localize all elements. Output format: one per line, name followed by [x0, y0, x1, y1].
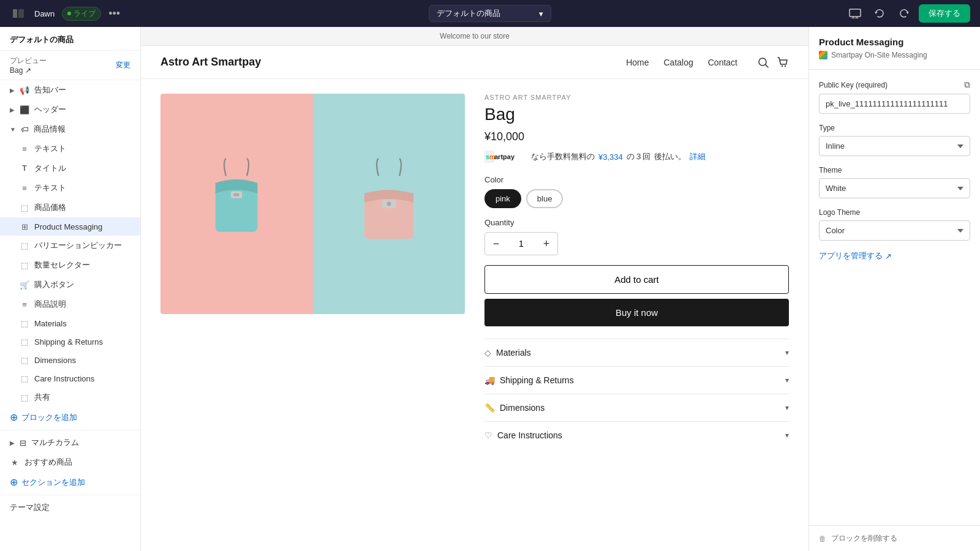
divider [0, 495, 140, 495]
header-icon: ⬛ [20, 105, 29, 114]
nav-link-home[interactable]: Home [626, 58, 649, 67]
smartpay-text: なら手数料無料の [531, 151, 595, 162]
color-option-blue[interactable]: blue [526, 189, 564, 208]
crop-icon: ⬚ [20, 355, 29, 365]
grid-icon: ⊟ [20, 438, 26, 448]
type-select[interactable]: Inline Modal Banner [819, 136, 970, 156]
clipboard-icon[interactable]: ⧉ [964, 80, 970, 90]
quantity-increase-button[interactable]: + [535, 233, 557, 255]
sidebar-item-multi-column[interactable]: ▶ ⊟ マルチカラム [0, 433, 140, 452]
sidebar-item-quantity-selector[interactable]: ⬚ 数量セレクター [0, 255, 140, 275]
redo-button[interactable] [894, 4, 914, 23]
sidebar-header: デフォルトの商品 [0, 27, 140, 51]
accordion-title-row: ◇ Materials [484, 348, 531, 358]
add-block-button[interactable]: ⊕ ブロックを追加 [0, 407, 140, 427]
theme-name-label: Dawn [34, 9, 55, 18]
product-icon: 🏷 [21, 125, 29, 134]
bag-link[interactable]: Bag ↗ [10, 66, 47, 75]
accordion-title-row: 📏 Dimensions [484, 403, 545, 413]
desktop-view-button[interactable] [845, 4, 865, 23]
sidebar-item-title[interactable]: T タイトル [0, 159, 140, 178]
main-layout: デフォルトの商品 プレビュー Bag ↗ 変更 ▶ 📢 告知バー ▶ ⬛ ヘッダ… [0, 27, 980, 551]
arrow-icon: ▼ [10, 126, 16, 133]
store-nav-links: Home Catalog Contact [626, 58, 737, 67]
accordion-materials-header[interactable]: ◇ Materials ▾ [484, 348, 789, 358]
sidebar-item-price[interactable]: ⬚ 商品価格 [0, 198, 140, 217]
chevron-down-icon: ▾ [785, 348, 789, 357]
accordion-care-header[interactable]: ♡ Care Instructions ▾ [484, 430, 789, 440]
sidebar-item-care-instructions[interactable]: ⬚ Care Instructions [0, 369, 140, 388]
sidebar-item-text2[interactable]: ≡ テキスト [0, 178, 140, 198]
sidebar-item-variation-picker[interactable]: ⬚ バリエーションピッカー [0, 236, 140, 255]
buy-now-button[interactable]: Buy it now [484, 299, 789, 326]
text-icon: ≡ [20, 183, 29, 193]
top-bar-right: 保存する [655, 4, 970, 23]
accordion-dimensions-header[interactable]: 📏 Dimensions ▾ [484, 403, 789, 413]
sidebar-item-announcement[interactable]: ▶ 📢 告知バー [0, 80, 140, 100]
public-key-label: Public Key (required) [819, 81, 888, 89]
smartpay-detail-link[interactable]: 詳細 [690, 151, 706, 162]
top-bar: Dawn ライブ ••• デフォルトの商品 ▾ [0, 0, 980, 27]
preview-label-group: プレビュー Bag ↗ [10, 56, 47, 75]
sidebar-item-product-info[interactable]: ▼ 🏷 商品情報 [0, 119, 140, 139]
sidebar-item-label: テーマ設定 [10, 502, 50, 513]
bag-right-svg [352, 155, 426, 253]
product-images [160, 94, 465, 449]
svg-line-7 [766, 64, 769, 67]
sidebar-item-label: おすすめ商品 [24, 457, 72, 468]
more-options-button[interactable]: ••• [108, 7, 120, 20]
logo-theme-select[interactable]: Color Black White [819, 220, 970, 241]
accordion-title-row: ♡ Care Instructions [484, 430, 562, 440]
svg-point-8 [782, 65, 783, 66]
sidebar-item-description[interactable]: ≡ 商品説明 [0, 294, 140, 314]
sidebar-item-buy-button[interactable]: 🛒 購入ボタン [0, 275, 140, 294]
accordion-shipping-header[interactable]: 🚚 Shipping & Returns ▾ [484, 375, 789, 385]
panel-toggle-button[interactable] [10, 5, 27, 22]
delete-block-button[interactable]: 🗑 ブロックを削除する [809, 525, 980, 551]
sidebar-item-materials[interactable]: ⬚ Materials [0, 314, 140, 332]
search-icon[interactable] [757, 56, 769, 69]
smartpay-text3: 後払い。 [654, 151, 686, 162]
smartpay-amount: ¥3,334 [598, 152, 623, 162]
public-key-input[interactable] [819, 94, 970, 114]
arrow-icon: ▶ [10, 87, 15, 94]
add-section-button[interactable]: ⊕ セクションを追加 [0, 472, 140, 492]
crop-icon: ⬚ [20, 337, 29, 347]
heart-icon: ♡ [484, 430, 492, 440]
accordion-materials-label: Materials [496, 348, 531, 358]
sidebar-item-product-messaging[interactable]: ⊞ Product Messaging [0, 217, 140, 236]
delete-block-label: ブロックを削除する [831, 533, 897, 544]
right-panel-body: Public Key (required) ⧉ Type Inline Moda… [809, 70, 980, 271]
product-info: ASTRO ART SMARTPAY Bag ¥10,000 s m artpa… [484, 94, 789, 449]
preview-dropdown[interactable]: デフォルトの商品 ▾ [429, 5, 551, 22]
sidebar-item-shipping-returns[interactable]: ⬚ Shipping & Returns [0, 332, 140, 351]
sidebar-item-label: 共有 [34, 392, 50, 403]
sidebar-item-share[interactable]: ⬚ 共有 [0, 388, 140, 407]
sidebar-item-text1[interactable]: ≡ テキスト [0, 139, 140, 159]
manage-app-link[interactable]: アプリを管理する ↗ [819, 250, 970, 261]
sidebar-item-label: テキスト [34, 182, 66, 193]
nav-link-catalog[interactable]: Catalog [663, 58, 693, 67]
left-sidebar: デフォルトの商品 プレビュー Bag ↗ 変更 ▶ 📢 告知バー ▶ ⬛ ヘッダ… [0, 27, 141, 551]
preview-label: プレビュー [10, 56, 47, 66]
undo-button[interactable] [870, 4, 889, 23]
color-option-pink[interactable]: pink [484, 189, 521, 208]
smartpay-logo: s m artpay [484, 151, 527, 163]
add-to-cart-button[interactable]: Add to cart [484, 265, 789, 294]
sidebar-item-recommended[interactable]: ★ おすすめ商品 [0, 452, 140, 472]
nav-link-contact[interactable]: Contact [708, 58, 737, 67]
accordion-shipping-label: Shipping & Returns [500, 375, 574, 385]
theme-select[interactable]: White Dark Auto [819, 178, 970, 198]
arrow-icon: ▶ [10, 440, 15, 446]
save-button[interactable]: 保存する [919, 4, 970, 23]
svg-point-9 [785, 65, 786, 66]
sidebar-item-theme-settings[interactable]: テーマ設定 [0, 498, 140, 517]
quantity-decrease-button[interactable]: − [485, 233, 507, 255]
product-title: Bag [484, 105, 789, 124]
sidebar-item-dimensions[interactable]: ⬚ Dimensions [0, 351, 140, 369]
store-preview: Welcome to our store Astro Art Smartpay … [141, 27, 809, 551]
sidebar-item-header[interactable]: ▶ ⬛ ヘッダー [0, 100, 140, 119]
cart-icon[interactable] [777, 56, 789, 69]
change-preview-link[interactable]: 変更 [116, 60, 130, 70]
color-label: Color [484, 175, 789, 184]
